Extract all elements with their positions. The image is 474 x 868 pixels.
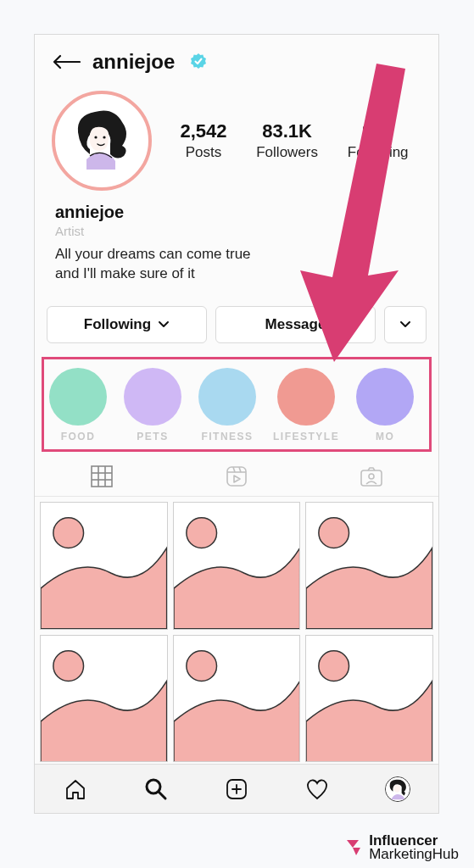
watermark: Influencer MarketingHub [345, 834, 459, 861]
highlight-pets[interactable]: PETS [124, 368, 181, 442]
watermark-text: Influencer MarketingHub [369, 834, 459, 861]
highlight-circle [277, 368, 335, 426]
svg-point-2 [103, 136, 105, 138]
profile-avatar[interactable] [52, 91, 152, 191]
profile-tabs [35, 455, 438, 497]
phone-frame: anniejoe [34, 34, 439, 814]
profile-actions: Following Message [35, 294, 438, 352]
highlight-circle [49, 368, 107, 426]
header-username: anniejoe [92, 50, 175, 74]
highlight-label: LIFESTYLE [273, 431, 339, 442]
home-icon [64, 777, 87, 801]
search-icon [143, 776, 169, 802]
svg-line-10 [233, 467, 235, 472]
reels-icon [225, 465, 248, 488]
svg-line-11 [239, 467, 241, 472]
svg-point-14 [53, 518, 84, 548]
verified-badge-icon [190, 53, 207, 70]
bio-text: All your dreams can come true and I'll m… [55, 245, 418, 284]
message-label: Message [265, 316, 326, 333]
svg-point-19 [319, 650, 349, 681]
image-placeholder-icon [306, 503, 432, 629]
nav-search[interactable] [142, 776, 170, 803]
bio-line2: and I'll make sure of it [55, 265, 195, 281]
profile-bio: anniejoe Artist All your dreams can come… [35, 198, 438, 294]
highlight-label: PETS [124, 431, 181, 442]
watermark-logo-icon [345, 838, 364, 857]
svg-point-1 [94, 136, 97, 138]
post-thumbnail[interactable] [173, 502, 301, 630]
profile-row: 2,542 Posts 83.1K Followers 956 Followin… [35, 81, 438, 198]
heart-icon [304, 777, 330, 801]
highlight-lifestyle[interactable]: LIFESTYLE [273, 368, 339, 442]
image-placeholder-icon [41, 503, 167, 629]
stat-posts-value: 2,542 [180, 120, 226, 142]
highlights-strip: FOOD PETS FITNESS LIFESTYLE MO [42, 357, 432, 452]
nav-home[interactable] [62, 776, 89, 803]
bottom-nav [35, 764, 438, 813]
post-thumbnail[interactable] [305, 502, 433, 630]
message-button[interactable]: Message [215, 306, 376, 343]
profile-stats: 2,542 Posts 83.1K Followers 956 Followin… [167, 120, 421, 161]
back-button[interactable] [52, 54, 81, 70]
svg-point-15 [187, 518, 217, 548]
svg-point-16 [319, 518, 349, 548]
svg-point-17 [53, 650, 84, 681]
grid-icon [90, 465, 114, 488]
profile-header: anniejoe [35, 35, 438, 81]
stat-posts-label: Posts [180, 144, 226, 161]
highlight-food[interactable]: FOOD [49, 368, 107, 442]
stat-followers[interactable]: 83.1K Followers [256, 120, 318, 161]
highlight-more[interactable]: MO [356, 368, 414, 442]
image-placeholder-icon [174, 636, 300, 762]
svg-point-18 [187, 650, 217, 681]
stat-posts[interactable]: 2,542 Posts [180, 120, 226, 161]
tab-tagged[interactable] [359, 464, 384, 489]
tagged-icon [359, 465, 384, 488]
bio-category: Artist [55, 224, 418, 238]
highlight-circle [356, 368, 414, 426]
post-thumbnail[interactable] [173, 635, 301, 763]
chevron-down-icon [399, 316, 411, 333]
avatar-image [61, 100, 142, 181]
tab-grid[interactable] [89, 464, 114, 489]
suggested-users-button[interactable] [384, 306, 427, 343]
post-thumbnail[interactable] [305, 635, 433, 763]
highlight-fitness[interactable]: FITNESS [198, 368, 256, 442]
posts-grid [35, 497, 438, 767]
svg-line-21 [159, 792, 165, 798]
plus-square-icon [225, 777, 248, 801]
bio-name: anniejoe [55, 203, 418, 222]
stat-followers-label: Followers [256, 144, 318, 161]
stat-followers-value: 83.1K [256, 120, 318, 142]
highlight-label: FITNESS [198, 431, 256, 442]
following-button[interactable]: Following [47, 306, 207, 343]
watermark-rest: MarketingHub [369, 846, 459, 862]
svg-point-13 [369, 474, 374, 479]
avatar-small-icon [385, 776, 410, 802]
nav-profile[interactable] [384, 776, 411, 803]
bio-line1: All your dreams can come true [55, 246, 251, 262]
following-label: Following [84, 316, 151, 333]
svg-rect-3 [92, 466, 112, 487]
highlight-circle [124, 368, 181, 426]
image-placeholder-icon [41, 636, 167, 762]
image-placeholder-icon [306, 636, 432, 762]
stat-following[interactable]: 956 Following [348, 120, 409, 161]
nav-create[interactable] [223, 776, 250, 803]
post-thumbnail[interactable] [40, 502, 168, 630]
highlight-circle [198, 368, 256, 426]
stat-following-label: Following [348, 144, 409, 161]
stat-following-value: 956 [348, 120, 409, 142]
nav-activity[interactable] [304, 776, 331, 803]
svg-rect-12 [361, 470, 382, 486]
image-placeholder-icon [174, 503, 300, 629]
post-thumbnail[interactable] [40, 635, 168, 763]
highlight-label: FOOD [49, 431, 107, 442]
tab-reels[interactable] [224, 464, 249, 489]
highlight-label: MO [356, 431, 414, 442]
chevron-down-icon [158, 316, 170, 333]
